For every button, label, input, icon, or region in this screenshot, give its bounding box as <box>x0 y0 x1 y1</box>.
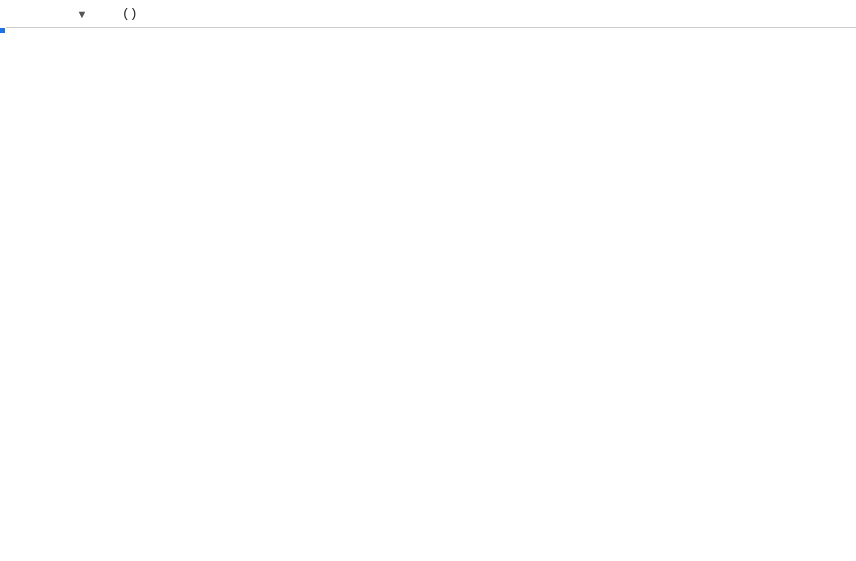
formula-bar-row: ▼ () <box>0 0 856 28</box>
fill-handle[interactable] <box>0 27 6 34</box>
formula-input[interactable]: () <box>114 6 856 21</box>
name-box-dropdown-icon[interactable]: ▼ <box>72 8 92 20</box>
active-cell-indicator <box>0 28 4 32</box>
